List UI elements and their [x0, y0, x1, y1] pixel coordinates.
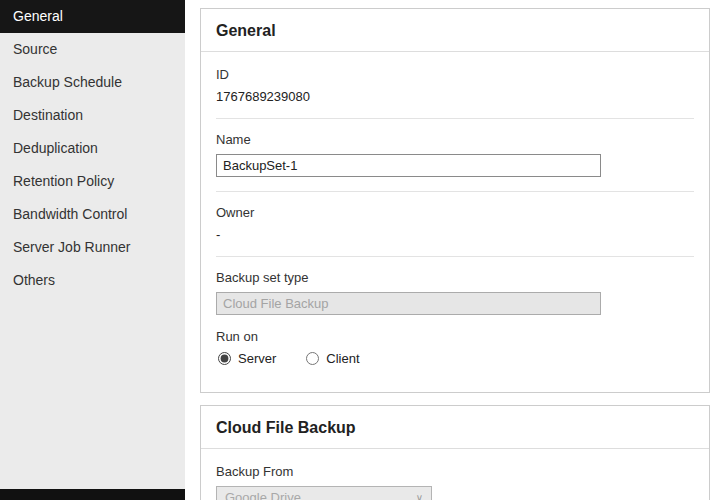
owner-value: - — [216, 227, 694, 242]
id-label: ID — [216, 67, 694, 82]
backup-from-label: Backup From — [216, 464, 694, 479]
field-divider — [216, 118, 694, 119]
app-window: General Source Backup Schedule Destinati… — [0, 0, 720, 500]
cloud-file-backup-panel: Cloud File Backup Backup From Google Dri… — [200, 405, 710, 500]
cloud-file-backup-panel-body: Backup From Google Drive ∨ Refresh — [201, 449, 709, 500]
sidebar-spacer — [0, 297, 185, 489]
id-value: 1767689239080 — [216, 89, 694, 104]
owner-label: Owner — [216, 205, 694, 220]
sidebar-item-general[interactable]: General — [0, 0, 185, 33]
sidebar-footer-bar — [0, 489, 185, 500]
general-panel: General ID 1767689239080 Name Owner - Ba… — [200, 8, 710, 393]
chevron-down-icon: ∨ — [416, 492, 423, 500]
run-on-label: Run on — [216, 329, 694, 344]
field-divider — [216, 191, 694, 192]
run-on-radio-server[interactable] — [218, 352, 231, 365]
run-on-option-client-label: Client — [326, 351, 359, 366]
sidebar-item-deduplication[interactable]: Deduplication — [0, 132, 185, 165]
name-input[interactable] — [216, 154, 601, 177]
sidebar-item-backup-schedule[interactable]: Backup Schedule — [0, 66, 185, 99]
sidebar: General Source Backup Schedule Destinati… — [0, 0, 185, 500]
backup-from-selected-value: Google Drive — [225, 490, 301, 500]
sidebar-item-retention-policy[interactable]: Retention Policy — [0, 165, 185, 198]
sidebar-item-bandwidth-control[interactable]: Bandwidth Control — [0, 198, 185, 231]
sidebar-item-server-job-runner[interactable]: Server Job Runner — [0, 231, 185, 264]
backup-from-select: Google Drive ∨ — [216, 486, 432, 500]
cloud-file-backup-panel-title: Cloud File Backup — [201, 406, 709, 449]
field-divider — [216, 256, 694, 257]
main-content: General ID 1767689239080 Name Owner - Ba… — [185, 0, 720, 500]
name-label: Name — [216, 132, 694, 147]
run-on-option-server[interactable]: Server — [218, 351, 276, 366]
sidebar-item-destination[interactable]: Destination — [0, 99, 185, 132]
run-on-radio-client[interactable] — [306, 352, 319, 365]
sidebar-item-others[interactable]: Others — [0, 264, 185, 297]
backup-set-type-input — [216, 292, 601, 315]
run-on-option-client[interactable]: Client — [306, 351, 359, 366]
general-panel-title: General — [201, 9, 709, 52]
backup-set-type-label: Backup set type — [216, 270, 694, 285]
run-on-radio-group: Server Client — [218, 351, 694, 366]
run-on-option-server-label: Server — [238, 351, 276, 366]
sidebar-item-source[interactable]: Source — [0, 33, 185, 66]
general-panel-body: ID 1767689239080 Name Owner - Backup set… — [201, 52, 709, 392]
